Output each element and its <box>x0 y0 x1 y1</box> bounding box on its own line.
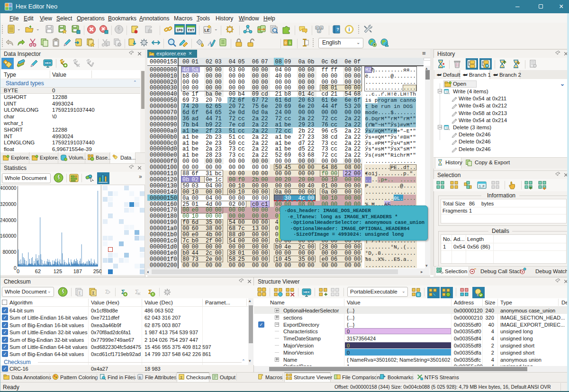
svg-text:G: G <box>320 27 322 29</box>
svg-text:HEX: HEX <box>304 291 309 294</box>
svg-text:E: E <box>417 293 420 297</box>
svg-text:1F0: 1F0 <box>177 28 183 32</box>
svg-text:Σ: Σ <box>92 291 95 295</box>
svg-text:1..F: 1..F <box>479 185 485 188</box>
svg-text:Σ: Σ <box>181 375 183 380</box>
svg-text:Σ: Σ <box>78 291 81 295</box>
svg-text:0: 0 <box>285 41 287 45</box>
svg-text:V: V <box>318 30 320 33</box>
svg-text:HEX: HEX <box>45 62 51 64</box>
svg-text:TXT: TXT <box>188 28 195 32</box>
svg-text:1: 1 <box>289 41 291 45</box>
svg-text:LE: LE <box>204 28 210 33</box>
svg-text:?: ? <box>336 27 339 32</box>
svg-text:i: i <box>349 27 350 32</box>
svg-text:B:: B: <box>139 376 142 379</box>
